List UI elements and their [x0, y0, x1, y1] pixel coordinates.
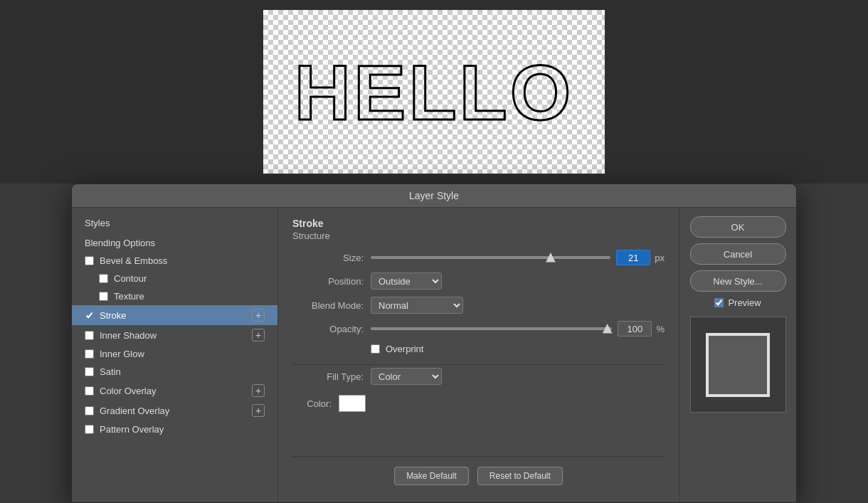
middle-content: Stroke Structure Size: px Position:	[292, 218, 665, 492]
sidebar-item-texture[interactable]: Texture	[72, 287, 277, 305]
contour-label: Contour	[114, 273, 265, 284]
stroke-plus-button[interactable]: +	[252, 309, 265, 322]
opacity-row: Opacity: %	[292, 321, 665, 337]
satin-checkbox[interactable]	[85, 367, 94, 376]
fill-type-select[interactable]: Color Gradient Pattern	[371, 368, 442, 385]
contour-checkbox[interactable]	[99, 274, 108, 283]
blend-mode-label: Blend Mode:	[292, 300, 364, 311]
sidebar-item-contour[interactable]: Contour	[72, 270, 277, 287]
overprint-row: Overprint	[292, 344, 665, 354]
divider	[292, 364, 665, 365]
canvas-preview: HELLO	[263, 10, 605, 174]
sidebar-item-satin[interactable]: Satin	[72, 363, 277, 381]
middle-panel: Stroke Structure Size: px Position:	[278, 208, 679, 502]
stroke-label: Stroke	[100, 310, 252, 321]
sidebar-item-stroke[interactable]: Stroke +	[72, 305, 277, 325]
right-panel: OK Cancel New Style... Preview	[679, 208, 796, 502]
overprint-label: Overprint	[386, 344, 423, 354]
preview-box	[690, 317, 786, 413]
opacity-label: Opacity:	[292, 324, 364, 334]
inner-shadow-plus-button[interactable]: +	[252, 329, 265, 341]
inner-shadow-label: Inner Shadow	[100, 330, 252, 341]
dialog-title: Layer Style	[409, 190, 459, 201]
inner-glow-checkbox[interactable]	[85, 349, 94, 359]
reset-default-button[interactable]: Reset to Default	[477, 467, 563, 485]
sidebar-item-inner-shadow[interactable]: Inner Shadow +	[72, 325, 277, 345]
pattern-overlay-label: Pattern Overlay	[100, 424, 265, 435]
gradient-overlay-plus-button[interactable]: +	[252, 404, 265, 417]
position-row: Position: Outside Inside Center	[292, 272, 665, 290]
layer-style-dialog: Layer Style Styles Blending Options Beve…	[71, 184, 797, 503]
ok-button[interactable]: OK	[690, 216, 786, 238]
preview-inner	[706, 333, 770, 397]
sidebar-item-gradient-overlay[interactable]: Gradient Overlay +	[72, 401, 277, 420]
inner-shadow-checkbox[interactable]	[85, 331, 94, 340]
inner-glow-label: Inner Glow	[100, 349, 265, 359]
styles-header: Styles	[72, 215, 277, 234]
dialog-title-bar: Layer Style	[72, 184, 796, 208]
opacity-input[interactable]	[618, 321, 652, 337]
overprint-checkbox[interactable]	[371, 344, 380, 354]
texture-checkbox[interactable]	[99, 292, 108, 301]
color-overlay-plus-button[interactable]: +	[252, 384, 265, 397]
color-row: Color:	[292, 395, 665, 412]
cancel-button[interactable]: Cancel	[690, 243, 786, 265]
fill-type-label: Fill Type:	[292, 371, 364, 382]
texture-label: Texture	[114, 291, 265, 302]
blending-options-label: Blending Options	[85, 238, 265, 248]
size-input[interactable]	[616, 250, 650, 265]
preview-checkbox[interactable]	[714, 298, 724, 307]
opacity-slider-container: %	[371, 321, 665, 337]
preview-label: Preview	[728, 297, 761, 308]
canvas-text: HELLO	[295, 47, 574, 137]
sidebar-item-bevel-emboss[interactable]: Bevel & Emboss	[72, 252, 277, 270]
dialog-body: Styles Blending Options Bevel & Emboss C…	[72, 208, 796, 502]
size-slider-container: px	[371, 250, 665, 265]
satin-label: Satin	[100, 366, 265, 377]
bevel-emboss-checkbox[interactable]	[85, 256, 94, 265]
size-slider-thumb[interactable]	[546, 253, 556, 263]
color-overlay-label: Color Overlay	[100, 386, 252, 396]
opacity-unit: %	[656, 324, 665, 334]
size-row: Size: px	[292, 250, 665, 265]
bottom-buttons: Make Default Reset to Default	[292, 456, 665, 492]
stroke-section-title: Stroke	[292, 218, 665, 229]
pattern-overlay-checkbox[interactable]	[85, 425, 94, 434]
bevel-emboss-label: Bevel & Emboss	[100, 255, 265, 266]
left-panel: Styles Blending Options Bevel & Emboss C…	[72, 208, 278, 502]
fill-type-row: Fill Type: Color Gradient Pattern	[292, 368, 665, 385]
make-default-button[interactable]: Make Default	[394, 467, 469, 485]
position-label: Position:	[292, 276, 364, 287]
gradient-overlay-label: Gradient Overlay	[100, 406, 252, 416]
opacity-slider-thumb[interactable]	[603, 324, 613, 334]
color-label: Color:	[292, 398, 332, 409]
size-slider-track[interactable]	[371, 256, 610, 259]
position-select[interactable]: Outside Inside Center	[371, 272, 442, 290]
structure-section-title: Structure	[292, 231, 665, 241]
sidebar-item-blending-options[interactable]: Blending Options	[72, 234, 277, 252]
size-label: Size:	[292, 253, 364, 263]
color-overlay-checkbox[interactable]	[85, 386, 94, 396]
opacity-slider-track[interactable]	[371, 327, 612, 330]
blend-mode-row: Blend Mode: Normal Multiply Screen Overl…	[292, 297, 665, 314]
sidebar-item-pattern-overlay[interactable]: Pattern Overlay	[72, 420, 277, 438]
sidebar-item-color-overlay[interactable]: Color Overlay +	[72, 381, 277, 401]
new-style-button[interactable]: New Style...	[690, 270, 786, 292]
size-unit: px	[655, 253, 665, 263]
color-swatch[interactable]	[339, 395, 366, 412]
stroke-checkbox[interactable]	[85, 311, 94, 320]
canvas-area: HELLO	[0, 0, 868, 184]
blend-mode-select[interactable]: Normal Multiply Screen Overlay	[371, 297, 463, 314]
preview-label-container: Preview	[714, 297, 761, 308]
gradient-overlay-checkbox[interactable]	[85, 406, 94, 415]
sidebar-item-inner-glow[interactable]: Inner Glow	[72, 345, 277, 363]
